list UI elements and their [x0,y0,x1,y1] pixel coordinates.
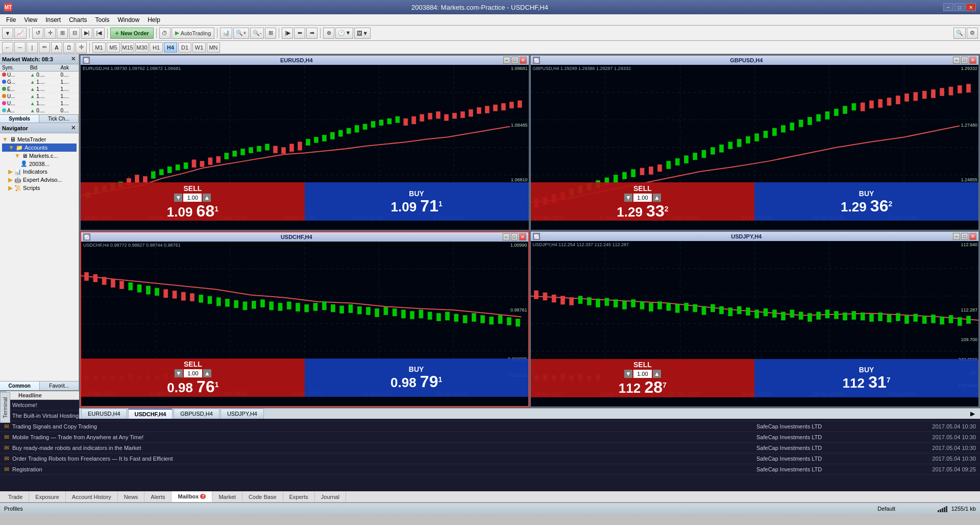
mw-row-6[interactable]: A... ▲ 0.... 0.... [0,107,79,114]
chart-usdchf-minimize[interactable]: − [503,233,510,241]
tab-market[interactable]: Market [212,491,242,502]
chart-tab-eurusd[interactable]: EURUSD,H4 [81,409,127,419]
tab-account-history[interactable]: Account History [66,491,118,502]
mw-row-1[interactable]: U... ▲ 0.... 0.... [0,71,79,79]
nav-expert-advisors[interactable]: ▶ 🤖 Expert Adviso... [2,176,77,184]
chart-eurusd-buy[interactable]: BUY 1.09 711 [305,182,529,221]
tb-arrow-left[interactable]: ← [2,42,13,53]
chart-usdchf-close[interactable]: ✕ [519,233,526,241]
mail-row-3[interactable]: ✉ Trading Signals and Copy Trading SafeC… [0,421,980,432]
tb-btn-clock[interactable]: 🕐▼ [335,28,353,39]
tb-btn-history[interactable]: ⏱ [159,28,170,39]
chart-eurusd-minimize[interactable]: − [503,57,510,64]
chart-eurusd-maximize[interactable]: □ [511,57,519,64]
tb-btn-plus[interactable]: ⊕ [323,28,334,39]
nav-markets[interactable]: ▼ 🖥 Markets.c... [2,152,77,160]
mail-row-7[interactable]: ✉ Registration SafeCap Investments LTD 2… [0,464,980,475]
tb-btn-search[interactable]: 🔍 [953,28,966,39]
autotrading-button[interactable]: ▶ AutoTrading [172,28,215,39]
chart-usdjpy-close[interactable]: ✕ [969,233,976,240]
chart-gbpusd-sell[interactable]: SELL ▼ 1.00 ▲ 1.29 332 [531,182,755,221]
tab-trade[interactable]: Trade [2,491,29,502]
tb-btn-config[interactable]: ⚙ [967,28,978,39]
mail-row-6[interactable]: ✉ Order Trading Robots from Freelancers … [0,454,980,464]
usdchf-lot-up[interactable]: ▲ [203,369,211,377]
tb-btn-autoscroll[interactable]: |◀ [93,28,105,39]
mw-tab-symbols[interactable]: Symbols [0,115,39,123]
tab-journal[interactable]: Journal [315,491,346,502]
gbpusd-lot-up[interactable]: ▲ [653,194,661,202]
tab-code-base[interactable]: Code Base [242,491,283,502]
chart-usdchf-body[interactable]: USDCHF,H4 0.98772 0.98827 0.98744 0.9876… [81,242,528,405]
tb-line-tool[interactable]: ─ [14,42,26,53]
tf-h1[interactable]: H1 [150,42,163,53]
navigator-close[interactable]: ✕ [70,125,77,131]
mw-row-5[interactable]: U... ▲ 1.... 1.... [0,100,79,107]
close-button[interactable]: ✕ [966,3,976,11]
tb-btn-zoom-out[interactable]: 🔍- [250,28,264,39]
tb-btn-zoom-out-t[interactable]: ⊟ [69,28,80,39]
tb-btn-scroll-r[interactable]: ➡ [306,28,317,39]
tb-btn-screenshot[interactable]: 🖼▼ [354,28,371,39]
tb-btn-zoom-in[interactable]: 🔍+ [233,28,249,39]
usdjpy-lot-up[interactable]: ▲ [653,370,661,378]
tb-btn-new-chart[interactable]: 📈 [14,28,27,39]
mail-row-4[interactable]: ✉ Mobile Trading — Trade from Anywhere a… [0,432,980,443]
tb-btn-scroll[interactable]: ⬅ [294,28,305,39]
tb-cross[interactable]: ✢ [76,42,87,53]
minimize-button[interactable]: − [943,3,953,11]
tb-btn-refresh[interactable]: ↺ [32,28,43,39]
tb-btn-grid[interactable]: ⊞ [265,28,276,39]
tb-pencil[interactable]: ✏ [39,42,50,53]
menu-insert[interactable]: Insert [41,14,65,25]
nav-tab-common[interactable]: Common [0,381,40,390]
nav-account-id[interactable]: 👤 20038... [2,160,77,168]
menu-charts[interactable]: Charts [65,14,91,25]
tf-m5[interactable]: M5 [107,42,120,53]
tb-btn-profile[interactable]: ▼ [2,28,13,39]
tb-btn-period-sep[interactable]: |▶ [282,28,293,39]
new-order-button[interactable]: + New Order [110,28,154,39]
chart-tabs-scroll[interactable]: ▶ [967,409,978,418]
tf-w1[interactable]: W1 [192,42,206,53]
eurusd-lot-down[interactable]: ▼ [174,194,182,202]
menu-window[interactable]: Window [114,14,144,25]
tb-text[interactable]: A [51,42,62,53]
tb-btn-crosshair[interactable]: ✛ [44,28,56,39]
chart-usdjpy-sell[interactable]: SELL ▼ 1.00 ▲ 112 287 [531,359,755,397]
usdjpy-lot-down[interactable]: ▼ [624,370,632,378]
tb-text-box[interactable]: 🗒 [63,42,75,53]
tf-mn[interactable]: MN [207,42,220,53]
maximize-button[interactable]: □ [954,3,965,11]
tf-d1[interactable]: D1 [178,42,191,53]
terminal-label[interactable]: Terminal [0,392,10,423]
mw-row-2[interactable]: G... ▲ 1.... 1.... [0,79,79,86]
menu-tools[interactable]: Tools [91,14,114,25]
chart-usdjpy-body[interactable]: USDJPY,H4 112.254 112.337 112.245 112.28… [531,241,979,406]
nav-tab-favorit[interactable]: Favorit... [40,381,79,390]
gbpusd-lot-down[interactable]: ▼ [624,194,632,202]
chart-usdchf-buy[interactable]: BUY 0.98 791 [305,359,528,397]
eurusd-lot-up[interactable]: ▲ [203,194,211,202]
usdchf-lot-down[interactable]: ▼ [175,369,183,377]
chart-tab-usdjpy[interactable]: USDJPY,H4 [220,409,264,419]
chart-gbpusd-buy[interactable]: BUY 1.29 362 [754,182,978,221]
tb-hline-tool[interactable]: | [27,42,38,53]
chart-usdjpy-maximize[interactable]: □ [961,233,968,240]
menu-view[interactable]: View [20,14,41,25]
chart-eurusd-sell[interactable]: SELL ▼ 1.00 ▲ 1.09 681 [81,182,305,221]
tf-h4[interactable]: H4 [164,42,177,53]
tab-alerts[interactable]: Alerts [144,491,172,502]
mw-row-3[interactable]: E... ▲ 1.... 1.... [0,86,79,93]
tf-m30[interactable]: M30 [135,42,149,53]
nav-indicators[interactable]: ▶ 📊 Indicators [2,168,77,176]
nav-scripts[interactable]: ▶ 📜 Scripts [2,184,77,192]
tb-btn-indicators[interactable]: 📊 [220,28,232,39]
chart-usdchf-sell[interactable]: SELL ▼ 1.00 ▲ 0.98 761 [81,359,305,397]
chart-gbpusd-close[interactable]: ✕ [969,57,976,64]
chart-eurusd-close[interactable]: ✕ [520,57,527,64]
mail-row-5[interactable]: ✉ Buy ready-made robots and indicators i… [0,443,980,454]
mw-tab-tick[interactable]: Tick Ch... [39,115,79,123]
tab-news[interactable]: News [118,491,145,502]
mw-row-4[interactable]: U... ▲ 1.... 1.... [0,93,79,100]
